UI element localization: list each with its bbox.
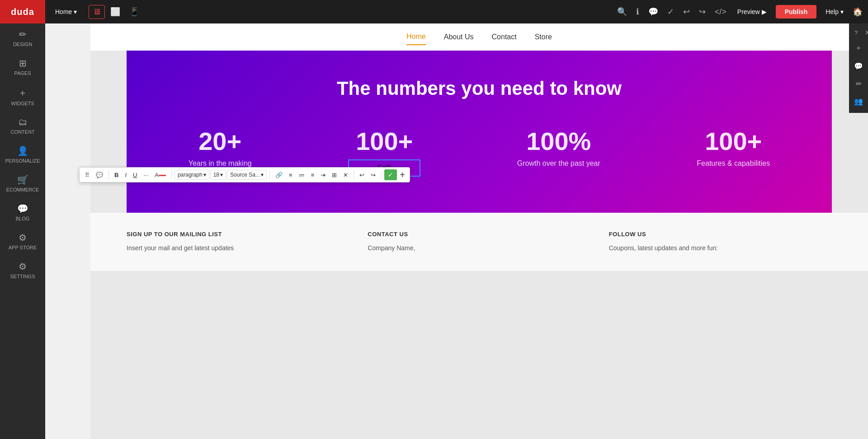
sidebar-item-pages[interactable]: ⊞ PAGES	[0, 52, 45, 81]
sidebar-item-design[interactable]: ✏ DESIGN	[0, 23, 45, 52]
tb-separator-1	[108, 170, 109, 179]
mobile-icon[interactable]: 📱	[126, 5, 143, 19]
sidebar-item-label: CONTENT	[10, 129, 34, 135]
right-panel: ? ✕ ＋ 💬 ✏ 👥	[849, 23, 868, 113]
stat-years: 20+ Years in the making	[189, 126, 252, 168]
toolbar-fontfamily-dropdown[interactable]: Source Sa... ▾	[227, 170, 267, 180]
stat-features: 100+ Features & capabilities	[697, 126, 770, 168]
help-chevron-icon: ▾	[840, 8, 844, 15]
sidebar-item-label: APP STORE	[9, 245, 37, 250]
toolbar-link-btn[interactable]: 🔗	[273, 170, 285, 180]
toolbar-confirm-btn[interactable]: ✓	[384, 169, 397, 180]
right-panel-chat-btn[interactable]: 💬	[849, 58, 868, 74]
publish-button[interactable]: Publish	[776, 5, 817, 19]
tablet-icon[interactable]: ⬜	[107, 5, 124, 19]
toolbar-align-btn[interactable]: ≡	[286, 170, 295, 180]
home-icon[interactable]: 🏠	[853, 7, 863, 17]
toolbar-drag-handle[interactable]: ⠿	[82, 170, 92, 180]
footer-col-follow-text: Coupons, latest updates and more fun:	[609, 243, 832, 253]
content-icon: 🗂	[18, 117, 27, 127]
right-panel-edit-btn[interactable]: ✏	[849, 76, 868, 92]
preview-button[interactable]: Preview ▶	[734, 6, 770, 17]
toolbar-italic-btn[interactable]: I	[122, 170, 129, 180]
sidebar-item-ecommerce[interactable]: 🛒 ECOMMERCE	[0, 169, 45, 198]
desktop-icon[interactable]: 🖥	[89, 5, 105, 19]
help-button[interactable]: Help ▾	[822, 6, 847, 17]
undo-icon[interactable]: ↩	[681, 5, 692, 19]
sidebar-item-blog[interactable]: 💬 BLOG	[0, 198, 45, 227]
logo-text: duda	[11, 7, 34, 17]
sidebar-item-label: WIDGETS	[11, 101, 34, 106]
right-panel-users-btn[interactable]: 👥	[849, 93, 868, 109]
code-icon[interactable]: </>	[713, 5, 728, 19]
chat-icon[interactable]: 💬	[646, 5, 660, 19]
toolbar-list-ordered-btn[interactable]: ≡	[308, 170, 317, 180]
right-panel-close-btn[interactable]: ✕	[861, 27, 868, 38]
page-label: Home	[55, 8, 72, 15]
sidebar-item-label: BLOG	[16, 216, 30, 221]
redo-icon[interactable]: ↪	[697, 5, 708, 19]
search-icon[interactable]: 🔍	[615, 5, 629, 19]
stat-growth: 100% Growth over the past year	[517, 126, 600, 168]
toolbar-indent-btn[interactable]: ⇥	[318, 170, 328, 180]
help-label: Help	[826, 8, 839, 15]
play-icon: ▶	[762, 8, 767, 15]
toolbar-plus-btn[interactable]: +	[398, 170, 407, 180]
design-icon: ✏	[19, 29, 27, 40]
sidebar-item-label: DESIGN	[13, 42, 32, 47]
blog-icon: 💬	[17, 203, 28, 214]
toolbar-underline-btn[interactable]: U	[130, 170, 140, 180]
sidebar-item-label: ECOMMERCE	[6, 187, 39, 192]
stat-label-growth: Growth over the past year	[517, 159, 600, 168]
stat-number-years: 20+	[198, 126, 241, 156]
fontsize-label: 18	[213, 172, 219, 178]
chevron-down-icon: ▾	[74, 8, 77, 15]
footer-col-mailing: SIGN UP TO OUR MAILING LIST Insert your …	[127, 231, 349, 253]
sidebar-item-widgets[interactable]: ＋ WIDGETS	[0, 81, 45, 112]
toolbar-comment-btn[interactable]: 💬	[93, 170, 106, 180]
tb-separator-5	[381, 170, 382, 179]
nav-link-contact[interactable]: Contact	[492, 29, 517, 45]
stat-label-features: Features & capabilities	[697, 159, 770, 168]
footer-col-mailing-text: Insert your mail and get latest updates	[127, 243, 349, 253]
left-sidebar: duda ✏ DESIGN ⊞ PAGES ＋ WIDGETS 🗂 CONTEN…	[0, 0, 45, 439]
page-selector[interactable]: Home ▾	[51, 6, 81, 17]
nav-link-store[interactable]: Store	[535, 29, 552, 45]
topbar-actions: 🔍 ℹ 💬 ✓ ↩ ↪ </> Preview ▶ Publish Help ▾…	[615, 5, 863, 19]
footer-col-contact-title: CONTACT US	[368, 231, 590, 238]
text-edit-toolbar: ⠿ 💬 B I U ··· A paragraph ▾ 18 ▾ Source …	[79, 167, 410, 182]
toolbar-redo-btn[interactable]: ↪	[368, 170, 378, 180]
toolbar-clear-btn[interactable]: ✕	[340, 170, 351, 180]
tb-separator-3	[269, 170, 270, 179]
sidebar-item-personalize[interactable]: 👤 PERSONALIZE	[0, 140, 45, 169]
settings-icon: ⚙	[19, 261, 27, 272]
paragraph-label: paragraph	[178, 172, 203, 178]
footer-col-follow: FOLLOW US Coupons, latest updates and mo…	[609, 231, 832, 253]
right-panel-question-mark[interactable]: ?	[851, 28, 861, 38]
site-navigation: Home About Us Contact Store	[90, 23, 868, 51]
hero-section: The numbers you need to know 20+ Years i…	[127, 51, 832, 213]
toolbar-list-unordered-btn[interactable]: ≔	[296, 170, 307, 180]
toolbar-more-btn[interactable]: ···	[141, 170, 151, 180]
toolbar-paragraph-dropdown[interactable]: paragraph ▾	[175, 170, 209, 180]
toolbar-text-color-btn[interactable]: A	[152, 170, 169, 180]
sidebar-item-settings[interactable]: ⚙ SETTINGS	[0, 256, 45, 285]
stat-number-followers: 100+	[356, 126, 413, 156]
sidebar-item-appstore[interactable]: ⚙ APP STORE	[0, 227, 45, 256]
sidebar-item-content[interactable]: 🗂 CONTENT	[0, 112, 45, 140]
duda-logo[interactable]: duda	[0, 0, 45, 23]
nav-link-home[interactable]: Home	[406, 29, 426, 45]
footer-section: SIGN UP TO OUR MAILING LIST Insert your …	[90, 213, 868, 271]
preview-label: Preview	[737, 8, 760, 15]
paragraph-chevron-icon: ▾	[203, 172, 206, 178]
toolbar-link2-btn[interactable]: ⊞	[329, 170, 340, 180]
fontfamily-chevron-icon: ▾	[261, 172, 264, 178]
nav-link-about[interactable]: About Us	[444, 29, 474, 45]
toolbar-fontsize-dropdown[interactable]: 18 ▾	[210, 170, 226, 180]
appstore-icon: ⚙	[19, 232, 27, 243]
toolbar-undo-btn[interactable]: ↩	[357, 170, 367, 180]
check-icon[interactable]: ✓	[665, 5, 676, 19]
info-icon[interactable]: ℹ	[634, 5, 641, 19]
toolbar-bold-btn[interactable]: B	[112, 170, 121, 180]
right-panel-zoom-in-btn[interactable]: ＋	[849, 40, 868, 56]
